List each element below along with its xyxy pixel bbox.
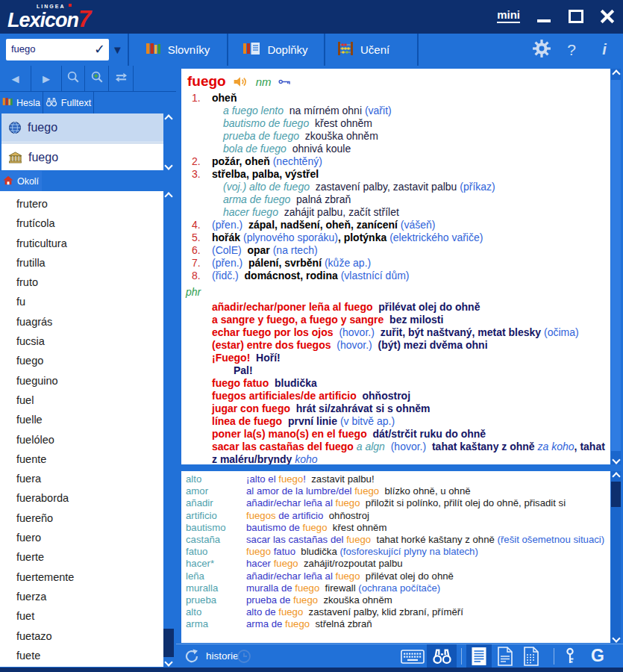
list-item[interactable]: fuel	[0, 391, 174, 410]
entry-line: phr	[181, 286, 610, 299]
list-item[interactable]: fuerza	[0, 587, 174, 606]
search-input[interactable]	[6, 39, 89, 59]
list-item[interactable]: fuero	[0, 528, 174, 547]
word-list-scrollbar[interactable]	[163, 191, 174, 667]
list-item[interactable]: fueraborda	[0, 488, 174, 508]
entry-line: a sangre y fuego, a fuego y sangre bez m…	[181, 314, 610, 326]
mini-mode-button[interactable]: mini	[497, 8, 520, 23]
scrollbar-thumb[interactable]	[611, 482, 621, 507]
list-item[interactable]: fu	[0, 292, 174, 311]
google-lookup-button[interactable]: G	[591, 646, 604, 666]
collocation-row[interactable]: amoral amor de la lumbre/del fuego blízk…	[181, 485, 610, 497]
list-item[interactable]: fuertemente	[0, 567, 174, 587]
history-forward-button[interactable]	[237, 649, 251, 667]
collocation-list: alto¡alto el fuego! zastavit palbu!amora…	[181, 473, 610, 631]
swap-direction-button[interactable]	[109, 66, 134, 91]
search-dropdown-icon[interactable]: ▼	[112, 43, 123, 56]
tab-hesla[interactable]: Hesla	[0, 92, 43, 113]
list-item[interactable]: fuego	[0, 351, 174, 370]
list-item[interactable]: fucsia	[0, 332, 174, 351]
tab-okoli[interactable]: Okolí	[0, 171, 42, 192]
list-item[interactable]: fuetazo	[0, 626, 174, 646]
list-item[interactable]: fuete	[0, 646, 174, 665]
list-item[interactable]: fuera	[0, 469, 174, 488]
swap-icon	[114, 71, 128, 87]
collocation-row[interactable]: fatuofuego fatuo bludička (fosforeskujíc…	[181, 546, 610, 558]
status-bar: historie G	[176, 644, 623, 668]
app-window: LINGEA Lexicon7 mini ✓ ▼ Slovníky Doplňk…	[0, 0, 623, 672]
forward-button[interactable]: ▶	[31, 66, 62, 91]
scroll-down-icon	[164, 658, 172, 666]
tab-uceni[interactable]: Učení	[325, 34, 430, 66]
result-item-selected[interactable]: fuego	[1, 113, 163, 142]
collocation-row[interactable]: bautismobautismo de fuego křest ohněm	[181, 522, 610, 534]
entry-lines: 1.oheňa fuego lento na mírném ohni (vaři…	[181, 92, 610, 464]
result-item[interactable]: fuego	[1, 143, 163, 172]
full-entry-view-button[interactable]	[466, 644, 492, 668]
collocation-row[interactable]: artificiofuegos de artificio ohňostroj	[181, 510, 610, 522]
maximize-button[interactable]	[566, 7, 586, 25]
morphology-button[interactable]	[562, 647, 580, 668]
binoculars-icon	[46, 97, 57, 109]
settings-button[interactable]	[528, 34, 555, 66]
key-icon[interactable]	[278, 78, 291, 86]
history-label[interactable]: historie	[206, 650, 239, 662]
tab-slovniky[interactable]: Slovníky	[128, 34, 227, 66]
keyboard-button[interactable]	[401, 649, 425, 668]
history-back-button[interactable]	[184, 648, 200, 668]
collocations-scrollbar[interactable]	[611, 471, 621, 643]
collocation-row[interactable]: leñaañadir/echar leña al fuego přilévat …	[181, 570, 610, 582]
magnifier-plus-icon	[90, 70, 104, 87]
collocation-row[interactable]: castañasacar las castañas del fuego taha…	[181, 534, 610, 546]
speaker-icon[interactable]	[233, 75, 248, 88]
list-item[interactable]: fuente	[0, 449, 174, 469]
collocation-row[interactable]: alto¡alto el fuego! zastavit palbu!	[181, 473, 610, 485]
scroll-up-icon	[612, 472, 620, 480]
list-item[interactable]: fuet	[0, 606, 174, 626]
scrollbar-thumb[interactable]	[611, 80, 621, 451]
collocation-row[interactable]: armaarma de fuego střelná zbraň	[181, 618, 610, 630]
short-entry-view-button[interactable]	[497, 647, 513, 669]
list-item[interactable]: fuelóleo	[0, 430, 174, 449]
list-item[interactable]: fruto	[0, 273, 174, 292]
info-button[interactable]: i	[595, 34, 613, 66]
entry-line: 3.střelba, palba, výstřel	[181, 168, 610, 181]
list-item[interactable]: frutícola	[0, 214, 174, 233]
check-icon[interactable]: ✓	[94, 41, 105, 57]
back-icon: ◀	[12, 73, 19, 84]
collocation-row[interactable]: hacer*hacer fuego zahájit/rozpoutat palb…	[181, 558, 610, 570]
list-item[interactable]: fruticultura	[0, 234, 174, 253]
search-button[interactable]	[62, 66, 85, 91]
entry-line: (voj.) alto de fuego zastavení palby, za…	[181, 181, 610, 193]
list-item[interactable]: fuelle	[0, 410, 174, 429]
scrollbar-thumb[interactable]	[163, 629, 174, 657]
collocation-row[interactable]: murallamuralla de fuego firewall (ochran…	[181, 582, 610, 594]
document-filled-icon	[471, 647, 487, 669]
fulltext-search-button[interactable]	[427, 644, 457, 668]
title-bar: LINGEA Lexicon7 mini	[0, 0, 623, 34]
scroll-up-icon	[612, 69, 620, 78]
list-item[interactable]: fuereño	[0, 508, 174, 528]
results-scrollbar[interactable]	[163, 113, 174, 170]
collocation-row[interactable]: añadirañadir/echar leña al fuego přiloži…	[181, 497, 610, 509]
entry-line: línea de fuego první linie (v bitvě ap.)	[181, 415, 610, 428]
collocation-row[interactable]: altoalto de fuego zastavení palby, klid …	[181, 606, 610, 618]
minimize-icon	[537, 19, 551, 22]
list-item[interactable]: frutilla	[0, 253, 174, 273]
entry-scrollbar[interactable]	[611, 69, 621, 464]
tab-doplnky[interactable]: Doplňky	[228, 34, 324, 66]
help-button[interactable]: ?	[561, 34, 582, 66]
list-item[interactable]: fuerte	[0, 547, 174, 567]
list-item[interactable]: frutero	[0, 194, 174, 214]
compact-entry-view-button[interactable]	[523, 647, 539, 669]
close-button[interactable]	[598, 7, 617, 25]
list-item[interactable]: fuagrás	[0, 312, 174, 332]
search-zoom-button[interactable]	[85, 66, 109, 91]
collocation-row[interactable]: pruebaprueba de fuego zkouška ohněm	[181, 594, 610, 606]
minimize-button[interactable]	[535, 7, 554, 25]
tab-fulltext[interactable]: Fulltext	[43, 92, 94, 113]
bookshelf-icon	[2, 96, 13, 109]
list-item[interactable]: fueguino	[0, 371, 174, 391]
entry-line: bola de fuego ohnivá koule	[181, 143, 610, 155]
back-button[interactable]: ◀	[0, 66, 31, 91]
